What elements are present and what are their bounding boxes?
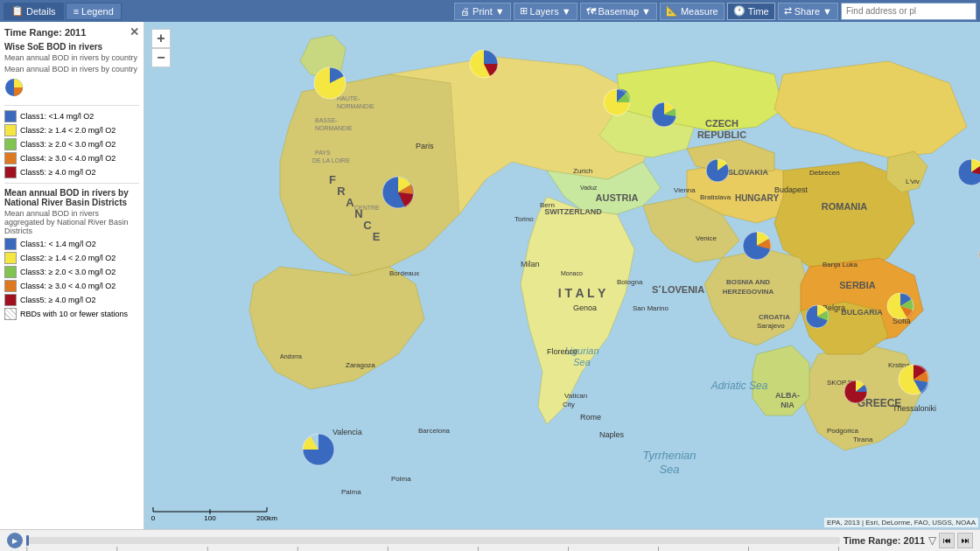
basemap-chevron: ▼ [641,6,651,17]
time-button[interactable]: 🕐 Time [727,3,775,20]
svg-text:Sofia: Sofia [892,317,911,325]
svg-text:BOSNIA AND: BOSNIA AND [726,278,770,286]
legend-label: Class4: ≥ 3.0 < 4.0 mg/l O2 [20,282,116,290]
svg-text:I T A L Y: I T A L Y [558,286,606,300]
svg-text:BULGARIA: BULGARIA [841,308,883,317]
legend-color-swatch [4,138,17,150]
svg-text:Barcelona: Barcelona [418,427,451,435]
svg-text:Genoa: Genoa [573,303,597,312]
panel-header: Time Range: 2011 ✕ [4,26,139,38]
map-canvas: Ligurian Sea Adriatic Sea Tyrrhenian Sea… [144,22,980,529]
svg-text:Bologna: Bologna [617,278,643,286]
zoom-controls: + − [151,29,171,67]
svg-text:F: F [329,173,336,186]
svg-text:Paris: Paris [416,142,434,150]
measure-icon: 📐 [666,5,678,17]
svg-text:Tyrrhenian: Tyrrhenian [642,449,696,462]
legend-color-swatch [4,166,17,178]
svg-text:Podgorica: Podgorica [827,427,859,435]
svg-text:C: C [363,219,372,232]
svg-text:HUNGARY: HUNGARY [735,193,780,203]
zoom-in-button[interactable]: + [151,29,171,48]
legend-item: Class5: ≥ 4.0 mg/l O2 [4,294,139,306]
share-button[interactable]: ⇄ Share ▼ [778,3,838,20]
details-tab[interactable]: 📋 Details [4,3,64,20]
svg-text:Bratislava: Bratislava [700,193,732,201]
timeline-play-button[interactable]: ▶ [7,533,23,548]
svg-text:HAUTE-: HAUTE- [337,95,360,101]
legend-item: Class4: ≥ 3.0 < 4.0 mg/l O2 [4,152,139,164]
basemap-button[interactable]: 🗺 Basemap ▼ [580,3,657,20]
svg-text:Andorra: Andorra [280,353,302,359]
svg-text:Florence: Florence [547,347,578,356]
search-input[interactable] [841,3,976,20]
svg-text:BASSE-: BASSE- [315,117,338,123]
svg-text:CENTRE: CENTRE [354,205,380,211]
legend-item: Class5: ≥ 4.0 mg/l O2 [4,166,139,178]
svg-text:Monaco: Monaco [561,270,583,276]
legend-label: Class1: < 1.4 mg/l O2 [20,240,96,248]
svg-text:Sarajevo: Sarajevo [757,322,785,330]
measure-button[interactable]: 📐 Measure [660,3,724,20]
print-chevron: ▼ [495,6,505,17]
zoom-out-button[interactable]: − [151,48,171,67]
svg-text:Milan: Milan [521,260,540,269]
layers-chevron: ▼ [562,6,571,17]
svg-text:Rome: Rome [580,413,601,422]
legend-label: Class4: ≥ 3.0 < 4.0 mg/l O2 [20,154,116,163]
left-panel: Time Range: 2011 ✕ Wise SoE BOD in river… [0,22,144,529]
section2-sub: Mean annual BOD in rivers aggregated by … [4,209,139,235]
print-button[interactable]: 🖨 Print ▼ [454,3,511,20]
svg-text:NORMANDIE: NORMANDIE [337,103,374,109]
svg-text:Banja Luka: Banja Luka [822,261,858,269]
legend-label: Class5: ≥ 4.0 mg/l O2 [20,168,95,177]
map-area[interactable]: Ligurian Sea Adriatic Sea Tyrrhenian Sea… [144,22,980,529]
legend-label: Class5: ≥ 4.0 mg/l O2 [20,296,95,304]
legend-icon: ≡ [74,6,79,17]
svg-text:A: A [346,196,354,209]
svg-text:SLOVAKIA: SLOVAKIA [728,168,768,177]
svg-text:Sea: Sea [573,357,591,367]
svg-text:Krstina: Krstina [888,361,910,369]
time-icon: 🕐 [733,5,746,17]
svg-text:Vienna: Vienna [674,186,696,194]
svg-text:Thessaloniki: Thessaloniki [892,404,936,413]
section1-sub2: Mean annual BOD in rivers by country [4,65,139,73]
svg-text:0: 0 [151,514,156,522]
svg-text:CZECH: CZECH [705,118,738,129]
svg-text:SʼLOVENIA: SʼLOVENIA [652,284,704,295]
timeline-step-forward[interactable]: ⏭ [957,533,973,548]
svg-text:Palma: Palma [341,488,361,496]
svg-text:Zaragoza: Zaragoza [346,361,375,369]
svg-text:City: City [563,401,575,408]
svg-text:Sea: Sea [659,463,679,476]
legend-rbd: Class1: < 1.4 mg/l O2Class2: ≥ 1.4 < 2.0… [4,238,139,306]
svg-text:R: R [337,185,346,198]
details-icon: 📋 [11,5,24,17]
legend-label: Class2: ≥ 1.4 < 2.0 mg/l O2 [20,126,116,135]
time-range-label: Time Range: 2011 [4,27,86,38]
legend-tab[interactable]: ≡ Legend [66,3,122,20]
close-panel-button[interactable]: ✕ [130,26,139,38]
legend-color-swatch [4,252,17,264]
svg-text:DE LA LOIRE: DE LA LOIRE [312,157,350,164]
svg-text:Naples: Naples [599,430,625,439]
timeline-track[interactable]: | | | | | | | | | | [26,530,840,551]
svg-text:ROMANIA: ROMANIA [822,201,868,212]
svg-text:Bordeaux: Bordeaux [389,269,419,277]
share-chevron: ▼ [822,6,832,17]
section2-title: Mean annual BOD in rivers by National Ri… [4,188,139,207]
svg-text:Belgra: Belgra [822,303,845,312]
svg-text:ALBA-: ALBA- [775,391,800,400]
timeline-step-back[interactable]: ⏮ [939,533,955,548]
svg-text:E: E [373,230,381,243]
timeline-label: Time Range: 2011 [844,535,925,546]
svg-text:Venice: Venice [696,234,718,242]
timeline-right-controls: ▽ ⏮ ⏭ [928,533,973,548]
layers-button[interactable]: ⊞ Layers ▼ [514,3,578,20]
section1-sub1: Mean annual BOD in rivers by country [4,53,139,62]
legend-color-swatch [4,266,17,278]
toolbar-right: 🖨 Print ▼ ⊞ Layers ▼ 🗺 Basemap ▼ 📐 Measu… [454,3,976,20]
share-icon: ⇄ [784,5,792,17]
legend-color-swatch [4,294,17,306]
